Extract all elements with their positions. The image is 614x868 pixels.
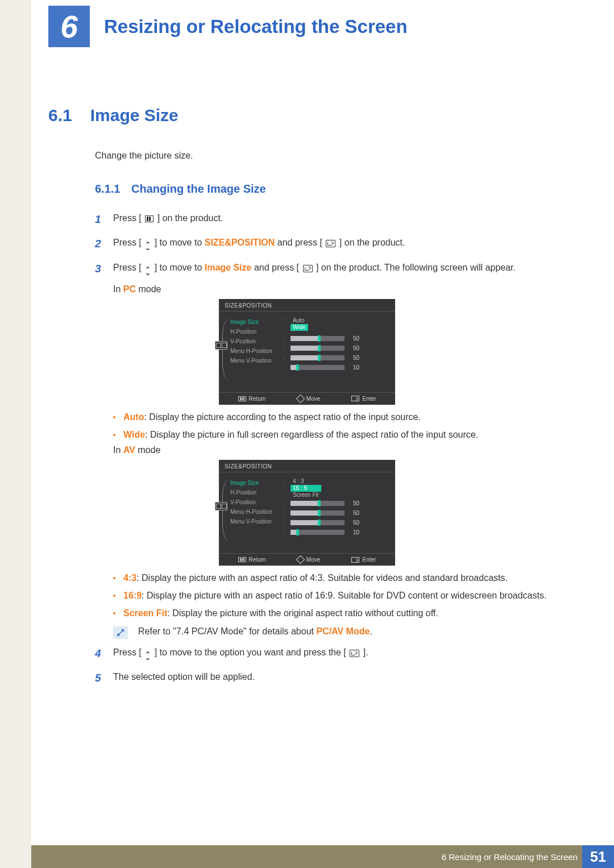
step-text: Press [ ⌃⌄ ] to move to Image Size and p… <box>113 260 566 278</box>
text: ] to move to <box>155 238 205 247</box>
step-number: 3 <box>95 260 103 278</box>
move-icon <box>296 394 305 404</box>
text: ] to move to <box>155 263 205 272</box>
text: Press [ <box>113 263 142 272</box>
step-row: 4 Press [ ⌃⌄ ] to move to the option you… <box>95 645 566 663</box>
osd-slider <box>291 530 345 535</box>
menu-item: Image Size <box>205 263 252 272</box>
osd-slider <box>291 501 345 506</box>
step-row: 5 The selected option will be applied. <box>95 669 566 687</box>
text: : Display the picture according to the a… <box>144 412 421 422</box>
page-content: 6.1 Image Size Change the picture size. … <box>48 106 566 693</box>
step-text: Press [ ⌃⌄ ] to move to the option you w… <box>113 645 566 663</box>
osd-value: 10 <box>348 529 359 535</box>
osd-options: 4 : 3 16 : 9 Screen Fit <box>291 478 321 499</box>
text: mode <box>136 284 161 294</box>
enter-icon <box>351 396 359 401</box>
osd-footer-label: Enter <box>362 396 376 402</box>
step-number: 5 <box>95 669 103 687</box>
text: ] to move to the option you want and pre… <box>155 647 346 657</box>
osd-footer-label: Move <box>306 396 320 402</box>
option-name: 16:9 <box>123 591 142 600</box>
osd-slider <box>291 355 345 360</box>
step-text: The selected option will be applied. <box>113 669 566 687</box>
osd-item: Menu V-Position <box>230 518 279 525</box>
mode-value: PC <box>123 284 136 294</box>
mode-value: AV <box>123 445 135 455</box>
text: Press [ <box>113 647 142 657</box>
osd-footer-label: Return <box>249 396 266 402</box>
text: ] on the product. <box>157 213 223 223</box>
option-name: 4:3 <box>123 573 136 583</box>
osd-value: 50 <box>348 355 359 361</box>
updown-icon: ⌃⌄ <box>145 243 151 250</box>
osd-item: V-Position <box>230 499 279 505</box>
page-footer: 6 Resizing or Relocating the Screen 51 <box>31 845 614 868</box>
updown-icon: ⌃⌄ <box>145 268 151 275</box>
bullet-item: Wide: Display the picture in full screen… <box>113 428 566 442</box>
option-name: Auto <box>123 412 144 422</box>
subsection-title: Changing the Image Size <box>131 182 266 195</box>
footer-text: 6 Resizing or Relocating the Screen <box>442 852 578 862</box>
osd-footer-label: Enter <box>362 556 376 563</box>
osd-screenshot-av: SIZE&POSITION Image Size H-Position V-Po… <box>219 460 395 566</box>
osd-option-selected: 16 : 9 <box>291 485 321 492</box>
mode-label-pc: In PC mode <box>113 284 566 294</box>
note-icon <box>113 626 128 639</box>
osd-value: 50 <box>348 500 359 506</box>
updown-icon: ⌃⌄ <box>145 653 151 659</box>
note-text: Refer to "7.4 PC/AV Mode" for details ab… <box>138 626 372 637</box>
step-number: 2 <box>95 235 103 253</box>
text: : Display the picture with an aspect rat… <box>142 591 546 600</box>
enter-icon <box>350 650 359 657</box>
step-row: 1 Press [ ] on the product. <box>95 210 566 229</box>
note: Refer to "7.4 PC/AV Mode" for details ab… <box>113 626 566 639</box>
enter-icon <box>303 265 313 272</box>
osd-footer-label: Return <box>249 556 266 563</box>
text: ] on the product. <box>339 238 405 247</box>
step-text: Press [ ] on the product. <box>113 210 566 229</box>
chapter-number-badge: 6 <box>48 6 90 47</box>
osd-title: SIZE&POSITION <box>219 460 395 472</box>
bullet-item: Auto: Display the picture according to t… <box>113 410 566 425</box>
section-intro: Change the picture size. <box>95 151 566 161</box>
osd-value: 10 <box>348 364 359 371</box>
osd-item: Image Size <box>230 319 279 325</box>
text: Press [ <box>113 213 142 223</box>
menu-name: SIZE&POSITION <box>205 238 275 247</box>
osd-slider <box>291 510 345 516</box>
page-number: 51 <box>582 845 614 868</box>
osd-option: Auto <box>291 317 308 324</box>
size-position-icon <box>215 502 227 510</box>
bullet-item: 16:9: Display the picture with an aspect… <box>113 589 566 603</box>
return-icon <box>238 396 246 401</box>
osd-slider <box>291 346 345 351</box>
text: and press [ <box>254 263 299 272</box>
osd-value: 50 <box>348 510 359 516</box>
osd-footer: Return Move Enter <box>219 392 395 405</box>
osd-value: 50 <box>348 335 359 342</box>
size-position-icon <box>215 341 227 350</box>
subsection-number: 6.1.1 <box>95 182 120 195</box>
section-header: 6.1 Image Size <box>48 106 566 125</box>
chapter-title: Resizing or Relocating the Screen <box>104 16 408 38</box>
enter-icon <box>351 557 359 563</box>
bullet-item: Screen Fit: Display the picture with the… <box>113 607 566 621</box>
osd-item: Menu V-Position <box>230 358 279 364</box>
osd-footer-label: Move <box>306 556 320 563</box>
option-name: Screen Fit <box>123 608 167 618</box>
text: . <box>370 626 372 636</box>
osd-item: Image Size <box>230 480 279 486</box>
chapter-header: 6 Resizing or Relocating the Screen <box>48 6 408 47</box>
osd-option: 4 : 3 <box>291 478 321 485</box>
text: ]. <box>363 647 368 657</box>
section-number: 6.1 <box>48 106 72 125</box>
step-number: 4 <box>95 645 103 663</box>
osd-item: H-Position <box>230 489 279 496</box>
step-row: 3 Press [ ⌃⌄ ] to move to Image Size and… <box>95 260 566 278</box>
text: Press [ <box>113 238 142 247</box>
osd-screenshot-pc: SIZE&POSITION Image Size H-Position V-Po… <box>219 299 395 405</box>
section-title: Image Size <box>90 106 179 125</box>
step-row: 2 Press [ ⌃⌄ ] to move to SIZE&POSITION … <box>95 235 566 253</box>
osd-value: 50 <box>348 520 359 526</box>
